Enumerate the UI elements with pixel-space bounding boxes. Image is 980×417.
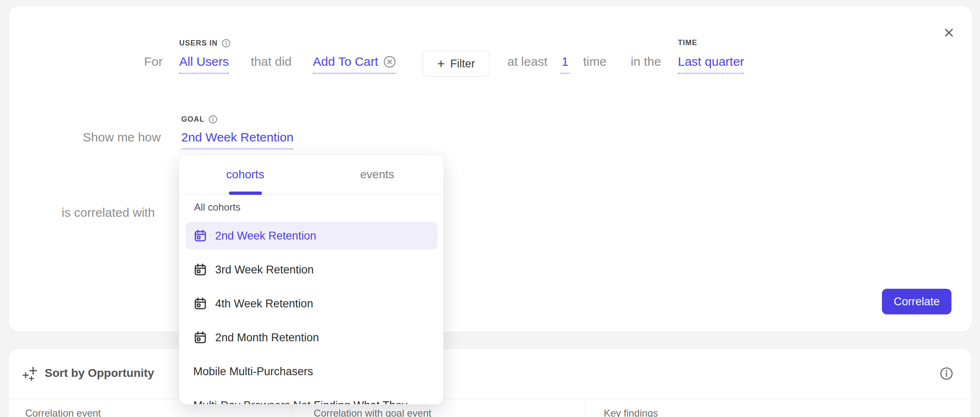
dropdown-tabs: cohorts events bbox=[179, 155, 443, 195]
event-selector-label: Add To Cart bbox=[313, 54, 378, 69]
remove-event-icon[interactable] bbox=[383, 55, 396, 68]
calendar-icon bbox=[193, 297, 207, 311]
phrase-is-correlated-with: is correlated with bbox=[62, 205, 155, 220]
time-label-text: TIME bbox=[678, 38, 697, 47]
list-item-cohort[interactable]: Mobile Multi-Purchasers bbox=[186, 357, 437, 386]
event-count-selector[interactable]: 1 bbox=[560, 54, 570, 74]
users-in-label-text: USERS IN bbox=[179, 39, 218, 48]
calendar-icon bbox=[193, 263, 207, 277]
info-icon[interactable] bbox=[221, 38, 231, 48]
column-header-key-findings: Key findings bbox=[604, 407, 658, 417]
list-item-cohort[interactable]: 2nd Week Retention bbox=[186, 222, 437, 250]
column-header-correlation-with-goal: Correlation with goal event bbox=[314, 407, 431, 417]
toolbar-divider bbox=[9, 399, 971, 399]
info-icon bbox=[939, 367, 954, 381]
column-divider bbox=[585, 399, 585, 417]
phrase-in-the: in the bbox=[631, 54, 661, 69]
results-panel: Sort by Opportunity Correlation event Co… bbox=[8, 348, 972, 417]
correlation-analysis-page: For USERS IN All Users that did Add To C… bbox=[0, 0, 980, 417]
tab-cohorts[interactable]: cohorts bbox=[179, 155, 311, 194]
cohort-selector[interactable]: All Users bbox=[179, 54, 229, 74]
goal-picker-dropdown: cohorts events All cohorts 2nd Week Rete… bbox=[179, 155, 444, 405]
column-header-correlation-event: Correlation event bbox=[25, 407, 101, 417]
plus-icon: + bbox=[437, 58, 445, 70]
phrase-for: For bbox=[144, 54, 163, 69]
list-item-label: 4th Week Retention bbox=[215, 297, 313, 310]
event-selector[interactable]: Add To Cart bbox=[313, 54, 396, 74]
add-filter-label: Filter bbox=[450, 58, 475, 70]
calendar-icon bbox=[193, 331, 207, 345]
list-item-label: 2nd Month Retention bbox=[215, 331, 319, 344]
close-button[interactable] bbox=[940, 24, 958, 42]
cohort-section-label: All cohorts bbox=[194, 201, 240, 213]
list-item-label: 2nd Week Retention bbox=[215, 230, 316, 242]
query-builder-card: For USERS IN All Users that did Add To C… bbox=[8, 5, 973, 332]
users-in-label: USERS IN bbox=[179, 38, 231, 48]
time-range-selector[interactable]: Last quarter bbox=[678, 54, 744, 74]
calendar-icon bbox=[193, 229, 207, 243]
opportunity-sparkle-icon bbox=[22, 364, 39, 382]
list-item-cohort[interactable]: 2nd Month Retention bbox=[186, 324, 437, 352]
list-item-label: Mobile Multi-Purchasers bbox=[193, 365, 313, 378]
correlate-button[interactable]: Correlate bbox=[882, 289, 951, 314]
list-item-cohort[interactable]: Multi-Day Browsers Not Finding What They bbox=[186, 391, 437, 405]
phrase-at-least: at least bbox=[507, 54, 548, 69]
list-item-label: Multi-Day Browsers Not Finding What They bbox=[193, 399, 407, 405]
close-icon bbox=[942, 26, 956, 39]
results-info-button[interactable] bbox=[938, 365, 955, 382]
goal-label-text: GOAL bbox=[181, 115, 204, 124]
info-icon[interactable] bbox=[208, 115, 218, 124]
add-filter-button[interactable]: + Filter bbox=[423, 51, 490, 77]
list-item-label: 3rd Week Retention bbox=[215, 264, 314, 276]
phrase-time: time bbox=[583, 54, 607, 69]
sort-by-opportunity-button[interactable]: Sort by Opportunity bbox=[22, 364, 154, 382]
results-toolbar: Sort by Opportunity bbox=[9, 349, 971, 399]
list-item-cohort[interactable]: 3rd Week Retention bbox=[186, 256, 437, 284]
list-item-cohort[interactable]: 4th Week Retention bbox=[186, 290, 437, 318]
phrase-show-me-how: Show me how bbox=[83, 130, 161, 145]
time-label: TIME bbox=[678, 38, 697, 47]
phrase-that-did: that did bbox=[251, 54, 291, 69]
sort-by-opportunity-label: Sort by Opportunity bbox=[45, 367, 154, 380]
cohort-list: 2nd Week Retention 3rd Week Retention bbox=[186, 222, 437, 405]
goal-selector[interactable]: 2nd Week Retention bbox=[181, 130, 293, 149]
active-tab-indicator bbox=[229, 192, 262, 195]
tab-events[interactable]: events bbox=[311, 155, 443, 194]
goal-label: GOAL bbox=[181, 115, 218, 124]
